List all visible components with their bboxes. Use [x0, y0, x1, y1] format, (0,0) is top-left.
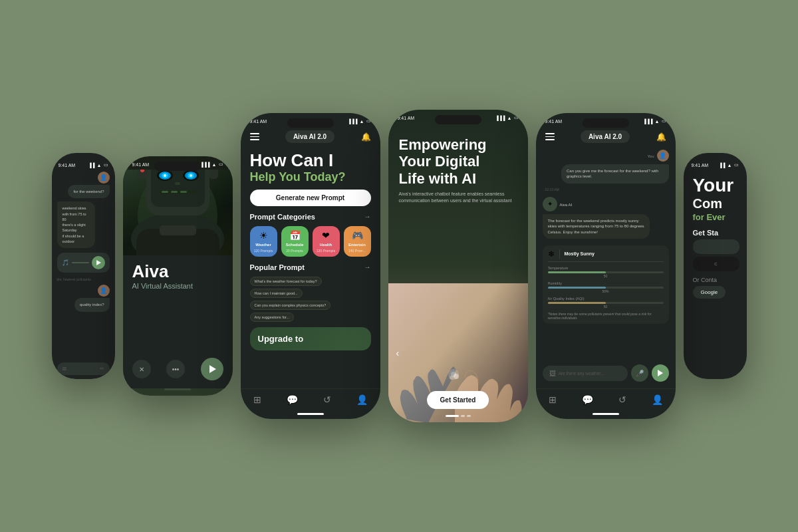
robot-subtitle: AI Virtual Assistant — [132, 282, 223, 290]
status-time-robot: 9:41 AM — [132, 162, 150, 167]
play-btn[interactable] — [201, 358, 223, 380]
signal-companion: ▐▐ — [719, 163, 726, 168]
svg-rect-20 — [180, 191, 187, 193]
cat-entertain-count: 140 Prom... — [348, 249, 366, 253]
cat-weather-count: 120 Prompts — [254, 249, 273, 253]
heading-line1: How Can I — [250, 151, 371, 170]
status-time-companion: 9:41 AM — [692, 163, 709, 168]
mic-btn-weather[interactable]: 🎤 — [631, 364, 648, 382]
splash-subtitle: Aiva's interactive chatbot feature enabl… — [399, 191, 517, 204]
signal-robot: ▐▐▐ — [200, 162, 210, 167]
chat-input-1[interactable]: 🖼 ... ✏ — [57, 362, 110, 375]
temperature-stat: Temperature 50 — [548, 266, 664, 278]
cat-health[interactable]: ❤ Health 120 Prompts — [313, 226, 340, 257]
categories-arrow[interactable]: → — [364, 213, 371, 220]
wifi-icon: ▲ — [97, 163, 102, 168]
ai-message-1: weekend skies with from 75 to 80there's … — [57, 201, 102, 248]
schedule-icon: 📅 — [289, 230, 301, 241]
battery-weather: ▭ — [662, 118, 666, 124]
prompt-tag-2[interactable]: How can I maintain good... — [250, 289, 303, 298]
nav-profile-home[interactable]: 👤 — [356, 394, 368, 405]
companion-subtitle2: for Ever — [693, 212, 737, 222]
user-avatar: 👤 — [98, 172, 110, 184]
prompt-tag-4[interactable]: Any suggestions for... — [250, 313, 295, 322]
bell-weather[interactable]: 🔔 — [656, 132, 666, 142]
svg-rect-16 — [175, 182, 180, 185]
notch-weather — [583, 118, 629, 128]
signal-home: ▐▐▐ — [348, 119, 358, 124]
battery-splash: ▭ — [514, 115, 519, 120]
nav-chat-w[interactable]: 💬 — [582, 394, 593, 405]
companion-title: Your — [693, 176, 737, 196]
prompt-tag-1[interactable]: What's the weather forecast for today? — [250, 277, 322, 286]
nav-history[interactable]: ↺ — [323, 394, 331, 405]
cat-entertain[interactable]: 🎮 Entertain 140 Prom... — [344, 226, 371, 257]
bell-icon[interactable]: 🔔 — [361, 132, 371, 142]
nav-home[interactable]: ⊞ — [253, 394, 261, 405]
robot-name: Aiva — [132, 262, 223, 281]
signal-splash: ▐▐▐ — [495, 116, 505, 120]
popular-arrow[interactable]: → — [364, 263, 371, 271]
get-started-input[interactable] — [693, 239, 739, 254]
google-btn[interactable]: Google — [693, 286, 726, 299]
chat-input-weather[interactable]: 🖼 Are there any weather... — [543, 366, 628, 381]
heading-line2: Help You Today? — [250, 170, 371, 184]
notch — [154, 162, 201, 171]
user-avatar-weather: 👤 — [657, 150, 669, 162]
create-btn[interactable]: C — [693, 257, 739, 271]
generate-prompt-btn[interactable]: Generate new Prompt — [250, 190, 371, 206]
health-icon: ❤ — [322, 230, 330, 241]
companion-content: Your Com for Ever Get Sta C Or Conta Goo… — [690, 169, 740, 305]
get-started-btn[interactable]: Get Started — [427, 391, 489, 409]
hamburger-weather[interactable] — [545, 133, 555, 140]
nav-profile-w[interactable]: 👤 — [652, 394, 663, 405]
scroll-indicator-weather — [593, 413, 619, 415]
user-avatar-2: 👤 — [98, 285, 110, 297]
scroll-indicator — [164, 388, 191, 390]
status-time: 9:41 AM — [59, 163, 76, 168]
cat-schedule-count: 20 Prompts — [286, 249, 303, 253]
cat-schedule[interactable]: 📅 Schedule 20 Prompts — [281, 226, 309, 257]
chat-message-1: 👤 for the weekend? — [57, 172, 110, 198]
ai-icon-weather: ✦ — [543, 197, 557, 211]
nav-home-w[interactable]: ⊞ — [549, 394, 557, 405]
weather-icon: ☀ — [259, 230, 268, 241]
ai-msg-weather: ✦ Aiva AI The forecast for the weekend p… — [543, 197, 669, 239]
bottom-nav-home: ⊞ 💬 ↺ 👤 — [241, 388, 380, 413]
nav-chat[interactable]: 💬 — [287, 394, 298, 405]
bottom-text: ble; however pollutants — [57, 277, 110, 281]
hamburger-menu[interactable] — [250, 133, 259, 140]
cat-weather-name: Weather — [255, 243, 271, 247]
back-arrow[interactable]: ‹ — [396, 348, 400, 358]
or-contact: Or Conta — [693, 277, 737, 283]
battery-robot: ▭ — [219, 162, 223, 167]
more-btn[interactable]: ••• — [166, 360, 185, 378]
weather-notes: *Notes there may be some pollutants pres… — [548, 312, 664, 320]
user-msg-weather: You 👤 Can you give me the forecast for t… — [543, 150, 669, 184]
cat-entertain-name: Entertain — [348, 243, 366, 247]
wifi-home: ▲ — [360, 119, 364, 124]
phone-splash: 9:41 AM ▐▐▐ ▲ ▭ Empowering Your Digital … — [388, 110, 528, 422]
splash-title: Empowering Your Digital Life with AI — [399, 136, 517, 187]
status-time-home: 9:41 AM — [250, 119, 267, 124]
wifi-robot: ▲ — [212, 162, 217, 167]
cat-weather[interactable]: ☀ Weather 120 Prompts — [250, 226, 277, 257]
phone-chat-partial: 9:41 AM ▐▐ ▲ ▭ 👤 for the weekend? weeken… — [52, 153, 115, 379]
close-btn[interactable]: ✕ — [132, 360, 151, 378]
nav-history-w[interactable]: ↺ — [618, 394, 626, 405]
humidity-stat: Humidity 50% — [548, 281, 664, 293]
wifi-weather: ▲ — [655, 119, 660, 124]
weather-condition: Mostly Sunny — [565, 251, 595, 256]
chat-placeholder: Are there any weather... — [559, 371, 621, 376]
ai-timestamp: 02:13 AM — [543, 188, 669, 192]
bottom-nav-weather: ⊞ 💬 ↺ 👤 — [536, 388, 676, 413]
send-btn-weather[interactable] — [652, 364, 669, 382]
svg-rect-19 — [171, 191, 178, 193]
prompt-tag-3[interactable]: Can you explain complex physics concepts… — [250, 301, 331, 310]
cat-health-count: 120 Prompts — [317, 249, 335, 253]
svg-rect-18 — [162, 191, 168, 193]
page-dots — [446, 415, 471, 417]
cat-schedule-name: Schedule — [286, 243, 304, 247]
upgrade-banner[interactable]: Upgrade to — [250, 327, 371, 350]
app-logo: Aiva AI 2.0 — [285, 130, 334, 143]
